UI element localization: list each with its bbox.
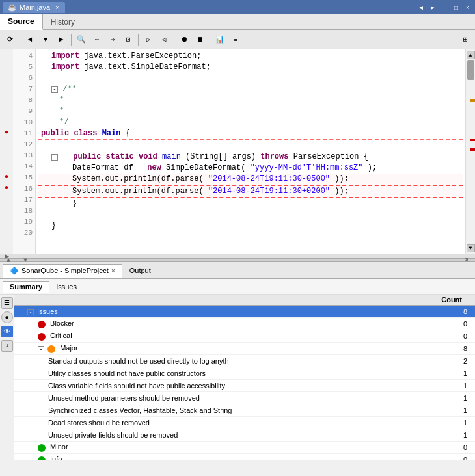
code-line-5: import java.text.SimpleDateFormat; (38, 62, 463, 73)
issues-row-major-4[interactable]: Unused method parameters should be remov… (14, 392, 475, 404)
panel-minimize-btn[interactable]: — (467, 265, 472, 276)
issues-row-major-7[interactable]: Unused private fields should be removed … (14, 429, 475, 442)
margin-line-11: ● (0, 127, 13, 138)
toolbar-btn-5[interactable]: 🔍 (74, 33, 88, 47)
issues-row-major-6[interactable]: Dead stores should be removed 1 (14, 417, 475, 429)
margin-line-12 (0, 138, 13, 149)
issue-count-major-3: 1 (455, 382, 475, 390)
panel-tab-sonarqube[interactable]: 🔷 SonarQube - SimpleProject × (3, 264, 122, 278)
tab-summary[interactable]: Summary (3, 281, 49, 293)
issue-name-major-6: Dead stores should be removed (14, 419, 455, 427)
tab-close-icon[interactable]: × (55, 3, 59, 11)
scroll-track[interactable] (466, 60, 475, 243)
fold-btn-13[interactable]: - (51, 154, 58, 161)
issues-row-minor[interactable]: Minor 0 (14, 442, 475, 454)
issues-row-major-5[interactable]: Synchronized classes Vector, Hashtable, … (14, 404, 475, 417)
toolbar-btn-13[interactable]: 📊 (213, 33, 227, 47)
editor-tab[interactable]: ☕ Main.java × (3, 2, 65, 13)
toolbar-btn-2[interactable]: ◄ (23, 33, 37, 47)
side-btn-eye[interactable]: 👁 (1, 326, 13, 337)
code-line-16: System.out.println(df.parse( "2014-08-24… (38, 186, 463, 198)
issues-row-major-2[interactable]: Utility classes should not have public c… (14, 367, 475, 380)
issue-name-info: Info (14, 455, 455, 460)
toolbar-btn-10[interactable]: ◁ (157, 33, 171, 47)
toolbar-btn-11[interactable]: ⏺ (177, 33, 191, 47)
major-icon (48, 345, 55, 353)
issues-row-blocker[interactable]: Blocker 0 (14, 318, 475, 330)
scrollbar-right[interactable]: ▲ ▼ (465, 49, 475, 254)
code-line-12 (38, 140, 463, 152)
margin-line-15: ● (0, 171, 13, 182)
critical-icon (38, 333, 46, 341)
fold-box-major[interactable]: - (38, 346, 44, 352)
issue-count-major-1: 2 (455, 357, 475, 365)
title-bar-controls: ◄ ► — □ × (416, 3, 472, 12)
code-line-7: - /** (38, 84, 463, 95)
fold-box-root[interactable]: - (27, 309, 34, 315)
toolbar-btn-9[interactable]: ▷ (141, 33, 156, 47)
line-numbers: 4 5 6 7 8 9 10 11 12 13 14 15 16 17 18 1… (13, 49, 36, 254)
toolbar-btn-12[interactable]: ⏹ (193, 33, 207, 47)
window-maximize-btn[interactable]: □ (452, 3, 461, 12)
code-line-13: - public static void main (String[] args… (38, 152, 463, 163)
issue-count-blocker: 0 (455, 320, 475, 328)
window-minimize-btn[interactable]: — (440, 3, 449, 12)
nav-fwd-btn[interactable]: ► (428, 3, 437, 12)
toolbar-btn-8[interactable]: ⊡ (121, 33, 135, 47)
window-close-btn[interactable]: × (463, 3, 472, 12)
code-content[interactable]: import java.text.ParseException; import … (36, 49, 465, 254)
title-bar: ☕ Main.java × ◄ ► — □ × (0, 0, 475, 14)
nav-back-btn[interactable]: ◄ (416, 3, 426, 12)
toolbar-pin-btn[interactable]: ⊞ (458, 33, 472, 47)
issues-row-critical[interactable]: Critical 0 (14, 330, 475, 343)
issues-row-major[interactable]: - Major 8 (14, 343, 475, 355)
tab-issues[interactable]: Issues (49, 282, 83, 292)
panel-tabs: 🔷 SonarQube - SimpleProject × Output (3, 264, 158, 277)
panel-controls: — (467, 265, 472, 276)
issue-name-major-1: Standard outputs should not be used dire… (14, 357, 455, 365)
side-btn-download[interactable]: ⬇ (1, 340, 13, 352)
toolbar-btn-7[interactable]: ⇒ (105, 33, 120, 47)
fold-btn-7[interactable]: - (51, 86, 58, 93)
code-line-9: * (38, 106, 463, 117)
scroll-up-arrow[interactable]: ▲ (467, 51, 475, 59)
side-toolbar: ☰ ● 👁 ⬇ (0, 295, 14, 460)
toolbar-btn-1[interactable]: ⟳ (3, 33, 17, 47)
margin-line-10 (0, 116, 13, 127)
blocker-icon (38, 321, 46, 328)
code-area: ● ● ● 4 5 6 7 8 9 10 11 12 13 14 15 16 (0, 49, 475, 254)
margin-line-5 (0, 60, 13, 72)
issue-count-info: 0 (455, 456, 475, 460)
scroll-down-arrow[interactable]: ▼ (467, 244, 475, 252)
issues-container[interactable]: Count - Issues 8 Blocker 0 (14, 295, 475, 460)
toolbar-btn-4[interactable]: ► (54, 33, 68, 47)
side-btn-list[interactable]: ☰ (1, 297, 13, 309)
error-marker-3 (470, 148, 475, 151)
toolbar-btn-14[interactable]: ≡ (228, 33, 243, 47)
issue-name-major-3: Class variable fields should not have pu… (14, 382, 455, 390)
tab-source[interactable]: Source (0, 14, 43, 30)
issues-row-major-1[interactable]: Standard outputs should not be used dire… (14, 355, 475, 367)
issue-name-major-5: Synchronized classes Vector, Hashtable, … (14, 406, 455, 414)
code-line-10: */ (38, 117, 463, 128)
toolbar-sep-4 (174, 34, 174, 46)
title-bar-left: ☕ Main.java × (3, 2, 65, 13)
issues-row-root[interactable]: - Issues 8 (14, 306, 475, 318)
issues-table-header: Count (14, 295, 475, 306)
code-line-14: DateFormat df = new SimpleDateFormat( "y… (38, 163, 463, 174)
toolbar-btn-6[interactable]: ⇐ (90, 33, 104, 47)
issues-row-info[interactable]: Info 0 (14, 454, 475, 460)
error-marker-2 (470, 139, 475, 141)
code-line-18 (38, 209, 463, 220)
tab-history[interactable]: History (43, 14, 83, 29)
issues-row-major-3[interactable]: Class variable fields should not have pu… (14, 380, 475, 392)
code-line-17: } (38, 198, 463, 209)
summary-tab-bar: Summary Issues (0, 279, 475, 295)
scroll-thumb[interactable] (467, 60, 474, 80)
panel-tab-output[interactable]: Output (122, 264, 158, 277)
panel-tab-bar: 🔷 SonarQube - SimpleProject × Output — (0, 262, 475, 279)
editor-tab-bar: Source History (0, 14, 475, 30)
toolbar-btn-3[interactable]: ▼ (38, 33, 53, 47)
side-btn-circle[interactable]: ● (1, 311, 13, 323)
editor-container: Source History ⟳ ◄ ▼ ► 🔍 ⇐ ⇒ ⊡ ▷ ◁ ⏺ ⏹ 📊… (0, 14, 475, 258)
